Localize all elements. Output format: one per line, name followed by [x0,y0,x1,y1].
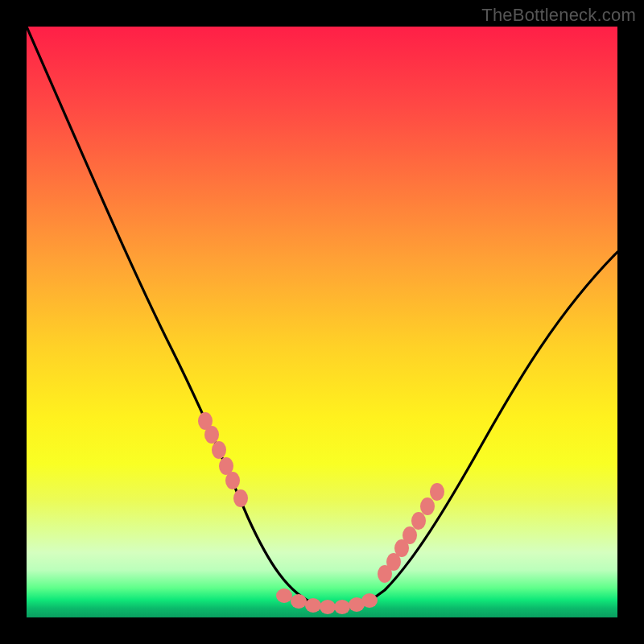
bottleneck-curve-path [27,27,617,608]
watermark-text: TheBottleneck.com [481,5,636,26]
plot-area [27,27,617,617]
svg-point-18 [420,497,435,515]
chart-frame: TheBottleneck.com [0,0,644,644]
svg-point-5 [233,489,248,507]
marker-cluster-right [378,483,444,583]
svg-point-2 [212,441,226,459]
svg-point-17 [411,512,426,530]
svg-point-1 [204,426,219,444]
bottleneck-curve-svg [27,27,617,617]
svg-point-12 [361,593,378,608]
marker-cluster-bottom [276,588,378,614]
svg-point-8 [305,598,321,613]
svg-point-16 [402,526,417,544]
marker-cluster-left [198,412,248,507]
svg-point-6 [276,588,292,603]
svg-point-10 [334,600,350,614]
svg-point-4 [225,472,240,489]
svg-point-19 [430,483,444,501]
svg-point-9 [320,600,336,614]
svg-point-7 [291,594,307,609]
